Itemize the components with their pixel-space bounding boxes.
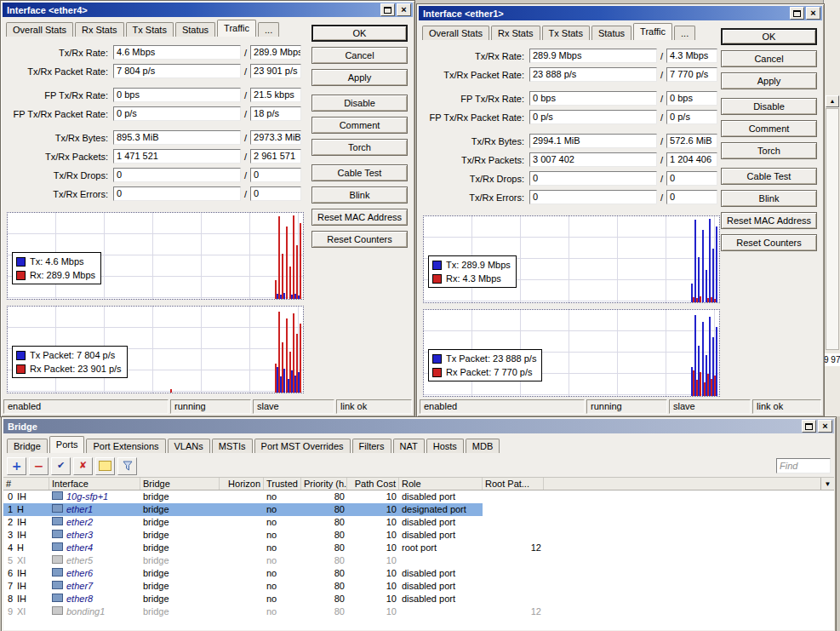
tab-ports[interactable]: Ports — [49, 436, 85, 453]
field-value-rx[interactable]: 0 — [250, 168, 301, 182]
ok-button[interactable]: OK — [721, 28, 817, 45]
tab-status[interactable]: Status — [591, 26, 631, 40]
disable-button[interactable]: Disable — [311, 95, 408, 112]
field-value-tx[interactable]: 0 p/s — [529, 110, 657, 124]
tab-filters[interactable]: Filters — [352, 439, 391, 453]
field-value-tx[interactable]: 3 007 402 — [529, 152, 657, 167]
table-row[interactable]: 0IH10g-sfp+1bridgeno8010disabled port — [3, 490, 834, 503]
blink-button[interactable]: Blink — [311, 186, 408, 204]
field-value-rx[interactable]: 18 p/s — [250, 106, 301, 121]
field-value-tx[interactable]: 1 471 521 — [113, 149, 241, 163]
field-value-rx[interactable]: 7 770 p/s — [666, 67, 717, 82]
close-button[interactable]: × — [818, 420, 832, 433]
maximize-button[interactable] — [380, 3, 395, 16]
field-value-tx[interactable]: 0 — [529, 190, 657, 204]
field-value-rx[interactable]: 289.9 Mbps — [250, 45, 301, 60]
ok-button[interactable]: OK — [311, 25, 408, 42]
tab-rx-stats[interactable]: Rx Stats — [491, 26, 540, 40]
torch-button[interactable]: Torch — [311, 139, 408, 156]
scrollbar-track[interactable] — [826, 108, 839, 350]
table-row[interactable]: 7IHether7bridgeno8010disabled port — [3, 580, 834, 593]
tab-more[interactable]: ... — [674, 26, 695, 40]
tab-port-mst-overrides[interactable]: Port MST Overrides — [254, 439, 351, 453]
reset-mac-address-button[interactable]: Reset MAC Address — [311, 209, 408, 226]
cable-test-button[interactable]: Cable Test — [311, 164, 408, 181]
field-value-tx[interactable]: 4.6 Mbps — [113, 45, 241, 60]
comment-button[interactable]: Comment — [721, 120, 817, 137]
tab-mstis[interactable]: MSTIs — [212, 439, 253, 453]
apply-button[interactable]: Apply — [311, 69, 408, 86]
close-button[interactable]: × — [397, 3, 411, 16]
comment-button[interactable] — [95, 457, 115, 475]
tab-traffic[interactable]: Traffic — [217, 20, 256, 37]
tab-traffic[interactable]: Traffic — [633, 23, 672, 40]
column-header-bridge[interactable]: Bridge — [140, 478, 220, 490]
field-value-tx[interactable]: 2994.1 MiB — [529, 134, 657, 148]
titlebar[interactable]: Interface <ether1> × — [419, 6, 822, 20]
tab-status[interactable]: Status — [175, 22, 215, 37]
field-value-tx[interactable]: 0 — [529, 171, 657, 186]
add-button[interactable]: + — [7, 457, 26, 475]
field-value-rx[interactable]: 0 — [666, 171, 717, 186]
table-row[interactable]: 6IHether6bridgeno8010disabled port — [3, 567, 834, 580]
field-value-tx[interactable]: 0 bps — [529, 91, 657, 106]
tab-port-extensions[interactable]: Port Extensions — [86, 439, 165, 453]
field-value-tx[interactable]: 0 — [113, 186, 241, 201]
maximize-button[interactable] — [802, 420, 816, 433]
torch-button[interactable]: Torch — [721, 142, 817, 159]
field-value-tx[interactable]: 289.9 Mbps — [529, 49, 657, 63]
apply-button[interactable]: Apply — [721, 72, 817, 89]
remove-button[interactable]: − — [29, 457, 49, 475]
field-value-rx[interactable]: 21.5 kbps — [250, 88, 301, 102]
titlebar[interactable]: Bridge × — [3, 419, 834, 433]
scroll-up-button[interactable]: ▲ — [826, 95, 839, 107]
column-select-button[interactable]: ▼ — [820, 478, 834, 490]
cancel-button[interactable]: Cancel — [311, 47, 408, 64]
table-row[interactable]: 8IHether8bridgeno8010disabled port — [3, 593, 834, 605]
disable-button[interactable]: Disable — [721, 98, 817, 115]
field-value-tx[interactable]: 895.3 MiB — [113, 130, 241, 145]
tab-tx-stats[interactable]: Tx Stats — [542, 26, 590, 40]
column-header-interface[interactable]: Interface — [49, 478, 140, 490]
column-header-role[interactable]: Role — [399, 478, 483, 490]
field-value-tx[interactable]: 23 888 p/s — [529, 67, 657, 82]
blink-button[interactable]: Blink — [721, 190, 817, 207]
field-value-tx[interactable]: 0 p/s — [113, 106, 241, 121]
tab-vlans[interactable]: VLANs — [168, 439, 210, 453]
reset-counters-button[interactable]: Reset Counters — [311, 231, 408, 248]
maximize-button[interactable] — [790, 7, 804, 20]
enable-button[interactable]: ✔ — [51, 457, 71, 475]
tab-overall-stats[interactable]: Overall Stats — [422, 26, 489, 40]
tab-overall-stats[interactable]: Overall Stats — [6, 22, 73, 37]
field-value-tx[interactable]: 0 — [113, 168, 241, 182]
find-input[interactable] — [776, 458, 831, 473]
table-row[interactable]: 2IHether2bridgeno8010disabled port — [3, 516, 834, 529]
column-header-more[interactable]: # — [3, 478, 49, 490]
table-row[interactable]: 1Hether1bridgeno8010designated port — [3, 503, 834, 516]
filter-button[interactable] — [117, 457, 137, 475]
field-value-rx[interactable]: 0 — [250, 186, 301, 201]
tab-tx-stats[interactable]: Tx Stats — [126, 22, 174, 37]
field-value-tx[interactable]: 7 804 p/s — [113, 64, 241, 78]
titlebar[interactable]: Interface <ether4> × — [3, 3, 413, 17]
tab-more[interactable]: ... — [258, 22, 279, 37]
field-value-rx[interactable]: 23 901 p/s — [250, 64, 301, 78]
tab-nat[interactable]: NAT — [393, 439, 425, 453]
field-value-rx[interactable]: 0 p/s — [666, 110, 717, 124]
comment-button[interactable]: Comment — [311, 117, 408, 134]
column-header-path-cost[interactable]: Path Cost — [347, 478, 399, 490]
disable-button[interactable]: ✘ — [73, 457, 93, 475]
field-value-rx[interactable]: 0 — [666, 190, 717, 204]
table-row[interactable]: 3IHether3bridgeno8010disabled port — [3, 529, 834, 542]
tab-mdb[interactable]: MDB — [466, 439, 500, 453]
column-header-root-pat[interactable]: Root Pat... — [483, 478, 544, 490]
column-header-priority-h[interactable]: Priority (h... — [301, 478, 347, 490]
reset-mac-address-button[interactable]: Reset MAC Address — [721, 212, 817, 229]
field-value-rx[interactable]: 2973.3 MiB — [250, 130, 301, 145]
tab-hosts[interactable]: Hosts — [426, 439, 464, 453]
field-value-rx[interactable]: 572.6 MiB — [666, 134, 717, 148]
cancel-button[interactable]: Cancel — [721, 50, 817, 67]
column-header-trusted[interactable]: Trusted — [264, 478, 301, 490]
close-button[interactable]: × — [806, 7, 820, 20]
table-row[interactable]: 4Hether4bridgeno8010root port12 — [3, 542, 834, 554]
